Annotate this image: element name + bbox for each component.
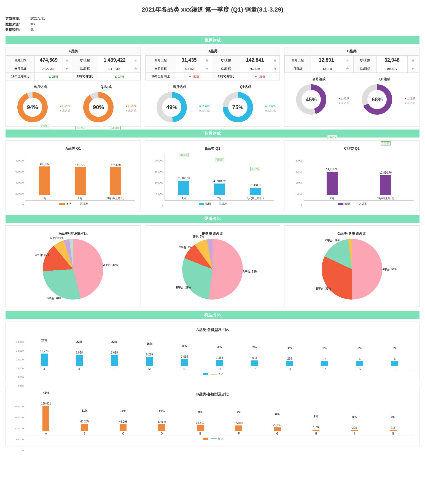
bar [76, 355, 83, 366]
chart-pie_A: A品类-各渠道占比 A平台: 46%B平台: 28%C平台: 15%D平台: 6… [6, 225, 141, 308]
donut-b-q1: 75% [223, 92, 253, 122]
bar-group: 8% 3,015 N [168, 355, 201, 371]
bar-group: 367% 14,919.96 2月 [310, 168, 355, 200]
kpi-table-c: 当月上报 12,891 台 Q1上报 32,948 台 月目标 113,920 … [284, 55, 419, 73]
bar [313, 430, 319, 431]
donut-c-month: 45% [296, 84, 326, 115]
model-charts-row: A品类-各机型及占比 43,00033,00023,00013,0003,000… [6, 322, 419, 446]
bar [111, 355, 118, 366]
donut-b-month: 49% [157, 92, 187, 122]
y-axis: 43,00033,00023,00013,0003,000-7,000 [11, 341, 24, 387]
bar-group: 22% 8,828 K [63, 351, 95, 371]
chart-legend: 激活 达成率 [151, 202, 275, 206]
page-title: 2021年各品类 xxx渠道 第一季度 (Q1) 销量(3.1-3.29) [6, 6, 419, 14]
chart-legend: 激活 达成率 [290, 202, 414, 206]
bar [39, 166, 50, 195]
panel-b-title: B品类 [145, 47, 280, 55]
bar-group: 0% 6 S [344, 357, 376, 371]
bar-group: 315% 61,488.32 1月 [170, 177, 198, 200]
bar-group: 333% 474,569 3月(截止昨日) [102, 163, 129, 200]
kpi-row: A品类 当月上报 474,569 台 Q1上报 1,439,422 台 当月目标… [6, 47, 419, 127]
bar-group: 9% 36,812 E [182, 421, 218, 435]
bar [390, 430, 397, 431]
bar-group: 11% 42,938 D [144, 421, 180, 435]
monthly-charts-row: A品类 Q1 8000006000004000002000000 272% 49… [6, 140, 419, 212]
chart-legend: 占比 [11, 372, 414, 376]
section-channel: 渠道占比 [6, 215, 419, 223]
meta-block: 更新日期:2021/3/31 数据来源:xxx 数据说明:无 [6, 17, 419, 32]
bar [41, 354, 48, 366]
pie-charts-row: A品类-各渠道占比 A平台: 46%B平台: 28%C平台: 15%D平台: 6… [6, 225, 419, 308]
yoy-up-icon: 28% [35, 73, 72, 80]
meta-note-label: 数据说明: [6, 28, 22, 32]
bar-group: 370% 474,270 2月 [66, 163, 94, 200]
bar-group: 0% 6 T [379, 357, 411, 371]
bar [110, 167, 121, 195]
bar-group: 27% 10,726 J [28, 350, 60, 371]
bar [235, 425, 242, 431]
bar [356, 361, 363, 366]
bar-group: 11% 46,285 B [67, 420, 103, 435]
section-model: 机型占比 [6, 311, 419, 319]
bar-group: 0% 216 G [375, 426, 411, 435]
bar [351, 430, 358, 431]
chart-model_B: B品类-各机型及占比 240,000180,000120,00060,0000 … [6, 386, 419, 446]
meta-source-label: 数据来源: [6, 22, 22, 27]
bar [42, 406, 49, 431]
bar-group: 11% 45,098 C [105, 420, 141, 435]
chart-legend: 占比 [11, 437, 414, 441]
bar [120, 424, 127, 431]
donut-q1-title: Q1达成 [76, 85, 136, 89]
pie: A平台: 50%B平台: 32%C平台: 16% [322, 239, 382, 300]
bar-group: 315% 49,918.32 2月 [206, 180, 233, 200]
meta-note-value: 无 [30, 28, 34, 32]
bar [75, 167, 86, 195]
bar [197, 425, 204, 431]
bar-group: 0% 298 I [337, 426, 372, 435]
donut-a-month: 94% [17, 92, 48, 122]
meta-update-value: 2021/3/31 [30, 17, 45, 21]
bar [178, 181, 189, 195]
meta-update-label: 更新日期: [6, 17, 22, 21]
section-monthly: 各月达成 [6, 130, 419, 138]
bar [321, 361, 328, 366]
bar [274, 427, 281, 431]
bar-group: 9% 35,863 F [221, 422, 257, 435]
bar [391, 361, 398, 366]
bar-group: 173% 31,434.8 3月(截止昨日) [241, 184, 269, 200]
chart-monthly_A: A品类 Q1 8000006000004000002000000 272% 49… [6, 140, 141, 212]
bar [81, 424, 88, 431]
section-target: 目标达成 [6, 36, 419, 44]
bar [250, 188, 261, 195]
bar-group: 2% 903 P [238, 357, 271, 371]
panel-a: A品类 当月上报 474,569 台 Q1上报 1,439,422 台 当月目标… [6, 47, 141, 127]
chart-model_A: A品类-各机型及占比 43,00033,00023,00013,0003,000… [6, 322, 419, 382]
bar-group: 1% 269 Q [273, 357, 306, 371]
kpi-table-a: 当月上报 474,569 台 Q1上报 1,439,422 台 当月目标 2,0… [6, 55, 141, 80]
donut-a-q1: 90% [83, 92, 114, 122]
chart-legend: 激活 达成率 [11, 202, 135, 206]
bar [380, 175, 391, 195]
bar [216, 360, 223, 366]
panel-a-title: A品类 [6, 47, 141, 55]
pie: A平台: 52%B平台: 29%C平台: 9%苏宁: 7%2% [182, 239, 243, 300]
chart-pie_B: B-各渠道占比 A平台: 52%B平台: 29%C平台: 9%苏宁: 7%2% [145, 225, 280, 308]
bar-group: 272% 490,982 1月 [31, 163, 58, 200]
y-axis: 200000150000100000500000 [151, 159, 163, 206]
bar-group: 6% 22,597 G [259, 424, 295, 435]
bar-group: 22% 8,698 L [98, 351, 130, 371]
bar [214, 184, 225, 195]
bar-group: 0% 76 R [309, 357, 341, 371]
pie: A平台: 46%B平台: 28%C平台: 15%D平台: 6%3%2% [43, 239, 103, 300]
yoy-down-icon: -39% [240, 73, 280, 80]
kpi-table-b: 当月上报 31,435 台 Q1上报 142,841 台 当月目标 259,16… [145, 55, 280, 80]
bar [158, 424, 165, 431]
donut-month-title: 当月达成 [10, 85, 70, 89]
y-axis: 240,000180,000120,00060,0000 [11, 405, 24, 452]
bar-group: 16% 6,229 M [133, 353, 166, 371]
yoy-down-icon: -53% [176, 73, 212, 80]
chart-monthly_B: B品类 Q1 200000150000100000500000 315% 61,… [145, 140, 280, 212]
chart-monthly_C: C品类 Q1 30000225001500075000 367% 14,919.… [284, 140, 419, 212]
bar [286, 361, 293, 366]
chart-pie_C: C品类-各渠道占比 A平台: 50%B平台: 32%C平台: 16% [284, 225, 419, 308]
